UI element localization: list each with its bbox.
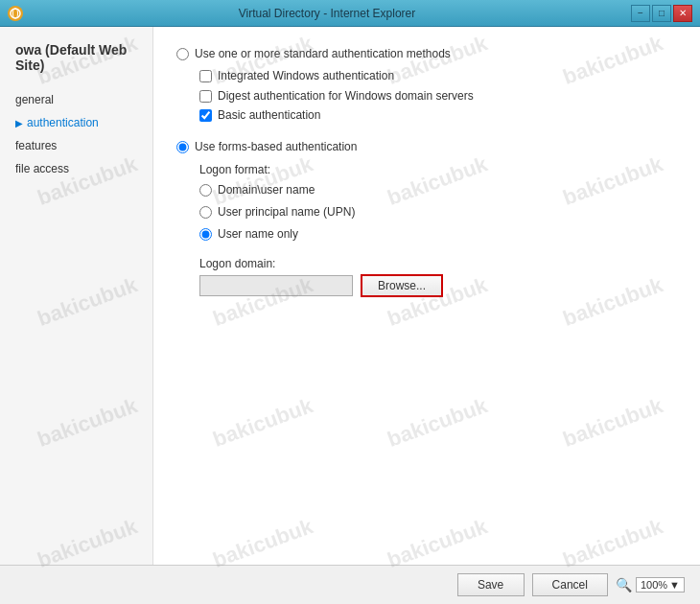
logon-format-options: Domain\user name User principal name (UP…	[176, 182, 677, 242]
digest-auth-checkbox-item[interactable]: Digest authentication for Windows domain…	[199, 88, 677, 105]
username-only-radio-item[interactable]: User name only	[199, 226, 677, 243]
maximize-button[interactable]: □	[652, 5, 671, 22]
sidebar-item-file-access-label: file access	[15, 162, 69, 175]
integrated-windows-checkbox-item[interactable]: Integrated Windows authentication	[199, 68, 677, 84]
logon-domain-input[interactable]	[199, 275, 353, 296]
sidebar-item-features[interactable]: features	[0, 134, 152, 157]
sidebar-item-authentication-label: authentication	[27, 116, 99, 129]
digest-auth-checkbox[interactable]	[199, 90, 212, 103]
logon-domain-label: Logon domain:	[199, 257, 677, 270]
arrow-icon: ▶	[15, 118, 23, 128]
username-only-radio[interactable]	[199, 228, 212, 241]
domain-user-radio-item[interactable]: Domain\user name	[199, 182, 677, 198]
title-bar: Virtual Directory - Internet Explorer − …	[0, 0, 700, 27]
sidebar-item-general[interactable]: general	[0, 88, 152, 111]
integrated-windows-label: Integrated Windows authentication	[218, 68, 394, 84]
zoom-arrow: ▼	[669, 579, 680, 591]
browse-button[interactable]: Browse...	[361, 274, 443, 297]
forms-auth-group: Use forms-based authentication Logon for…	[176, 139, 677, 297]
svg-point-0	[11, 9, 20, 18]
standard-auth-options: Integrated Windows authentication Digest…	[176, 68, 677, 124]
logon-domain-row: Browse...	[199, 274, 677, 297]
zoom-icon: 🔍	[616, 577, 632, 592]
integrated-windows-checkbox[interactable]	[199, 70, 212, 82]
app-title: owa (Default Web Site)	[0, 42, 152, 88]
upn-radio[interactable]	[199, 206, 212, 219]
minimize-button[interactable]: −	[631, 5, 650, 22]
window-body: owa (Default Web Site) general ▶ authent…	[0, 27, 700, 565]
sidebar-item-features-label: features	[15, 139, 57, 152]
zoom-area: 🔍 100% ▼	[616, 577, 685, 592]
sidebar-item-authentication[interactable]: ▶ authentication	[0, 111, 152, 134]
basic-auth-checkbox-item[interactable]: Basic authentication	[199, 107, 677, 124]
sidebar: owa (Default Web Site) general ▶ authent…	[0, 27, 153, 565]
forms-auth-label: Use forms-based authentication	[195, 139, 357, 155]
window: owa (Default Web Site) general ▶ authent…	[0, 27, 700, 604]
upn-label: User principal name (UPN)	[218, 204, 355, 221]
standard-auth-radio[interactable]	[176, 48, 189, 60]
digest-auth-label: Digest authentication for Windows domain…	[218, 88, 474, 105]
basic-auth-checkbox[interactable]	[199, 109, 212, 122]
zoom-dropdown[interactable]: 100% ▼	[636, 577, 685, 592]
logon-format-label: Logon format:	[199, 163, 677, 176]
cancel-button[interactable]: Cancel	[532, 573, 608, 596]
basic-auth-label: Basic authentication	[218, 107, 320, 124]
ie-icon	[8, 6, 23, 21]
save-button[interactable]: Save	[457, 573, 525, 596]
username-only-label: User name only	[218, 226, 298, 243]
bottom-bar: Save Cancel 🔍 100% ▼	[0, 565, 700, 604]
sidebar-item-general-label: general	[15, 93, 54, 106]
domain-user-label: Domain\user name	[218, 182, 315, 198]
standard-auth-radio-item[interactable]: Use one or more standard authentication …	[176, 46, 677, 62]
standard-auth-group: Use one or more standard authentication …	[176, 46, 677, 124]
upn-radio-item[interactable]: User principal name (UPN)	[199, 204, 677, 221]
forms-auth-radio[interactable]	[176, 141, 189, 153]
sidebar-item-file-access[interactable]: file access	[0, 157, 152, 180]
svg-point-1	[13, 9, 18, 18]
title-bar-text: Virtual Directory - Internet Explorer	[23, 7, 631, 20]
standard-auth-label: Use one or more standard authentication …	[195, 46, 451, 62]
close-button[interactable]: ✕	[673, 5, 692, 22]
zoom-level: 100%	[641, 579, 667, 591]
domain-user-radio[interactable]	[199, 184, 212, 197]
title-bar-controls: − □ ✕	[631, 5, 692, 22]
bottom-right: Save Cancel 🔍 100% ▼	[457, 573, 685, 596]
logon-domain-section: Logon domain: Browse...	[199, 257, 677, 297]
main-content: Use one or more standard authentication …	[153, 27, 700, 565]
forms-auth-radio-item[interactable]: Use forms-based authentication	[176, 139, 677, 155]
